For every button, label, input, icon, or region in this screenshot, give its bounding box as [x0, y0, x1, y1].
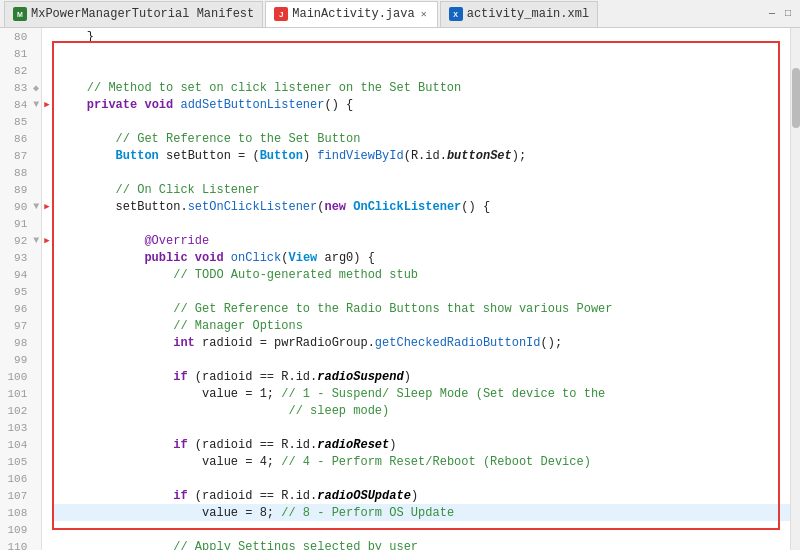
code-content-area[interactable]: } // Method to set on click listener on …: [52, 28, 790, 550]
gutter-row: 86: [0, 130, 41, 147]
tab-bar: M MxPowerManagerTutorial Manifest J Main…: [0, 0, 800, 28]
left-indicator: [42, 521, 52, 538]
code-line[interactable]: [52, 283, 790, 300]
tab-mainactivity[interactable]: J MainActivity.java ✕: [265, 1, 437, 27]
left-indicator: [42, 113, 52, 130]
code-token: // TODO Auto-generated method stub: [58, 268, 418, 282]
gutter-row: 106: [0, 470, 41, 487]
left-indicator: [42, 79, 52, 96]
code-line[interactable]: int radioid = pwrRadioGroup.getCheckedRa…: [52, 334, 790, 351]
code-token: // sleep mode): [58, 404, 389, 418]
code-token: OnClickListener: [353, 200, 461, 214]
code-token: if: [173, 489, 187, 503]
code-line[interactable]: private void addSetButtonListener() {: [52, 96, 790, 113]
code-token: value = 4;: [58, 455, 281, 469]
left-indicator: [42, 351, 52, 368]
left-indicator: [42, 181, 52, 198]
code-line[interactable]: [52, 419, 790, 436]
code-token: [346, 200, 353, 214]
restore-button[interactable]: □: [780, 6, 796, 21]
line-number: 95: [0, 286, 31, 298]
fold-icon[interactable]: ▼: [31, 235, 41, 246]
tab-activity-main[interactable]: X activity_main.xml: [440, 1, 598, 27]
line-number: 109: [0, 524, 31, 536]
line-number: 86: [0, 133, 31, 145]
minimize-button[interactable]: —: [764, 6, 780, 21]
code-line[interactable]: @Override: [52, 232, 790, 249]
code-token: (radioid == R.id.: [188, 438, 318, 452]
code-line[interactable]: if (radioid == R.id.radioReset): [52, 436, 790, 453]
fold-icon[interactable]: ▼: [31, 201, 41, 212]
gutter-row: 97: [0, 317, 41, 334]
code-line[interactable]: setButton.setOnClickListener(new OnClick…: [52, 198, 790, 215]
code-line[interactable]: value = 4; // 4 - Perform Reset/Reboot (…: [52, 453, 790, 470]
code-token: value = 1;: [58, 387, 281, 401]
line-number: 103: [0, 422, 31, 434]
line-number: 96: [0, 303, 31, 315]
code-line[interactable]: value = 1; // 1 - Suspend/ Sleep Mode (S…: [52, 385, 790, 402]
java-icon: J: [274, 7, 288, 21]
code-token: // On Click Listener: [58, 183, 260, 197]
code-line[interactable]: [52, 113, 790, 130]
code-line[interactable]: // Method to set on click listener on th…: [52, 79, 790, 96]
vertical-scrollbar[interactable]: [790, 28, 800, 550]
line-number: 81: [0, 48, 31, 60]
code-token: void: [195, 251, 224, 265]
left-indicator: [42, 538, 52, 550]
gutter-row: 87: [0, 147, 41, 164]
code-line[interactable]: // Get Reference to the Radio Buttons th…: [52, 300, 790, 317]
gutter-row: 107: [0, 487, 41, 504]
code-line[interactable]: value = 8; // 8 - Perform OS Update: [52, 504, 790, 521]
code-token: getCheckedRadioButtonId: [375, 336, 541, 350]
left-indicator: [42, 45, 52, 62]
line-numbers-gutter: 80818283◆84▼858687888990▼9192▼9394959697…: [0, 28, 42, 550]
line-number: 99: [0, 354, 31, 366]
code-token: Button: [116, 149, 159, 163]
code-line[interactable]: // On Click Listener: [52, 181, 790, 198]
tab-activity-label: activity_main.xml: [467, 7, 589, 21]
code-line[interactable]: // sleep mode): [52, 402, 790, 419]
code-line[interactable]: if (radioid == R.id.radioSuspend): [52, 368, 790, 385]
code-lines: } // Method to set on click listener on …: [52, 28, 790, 550]
code-line[interactable]: [52, 521, 790, 538]
code-token: [58, 98, 87, 112]
scrollbar-thumb[interactable]: [792, 68, 800, 128]
code-token: }: [58, 30, 94, 44]
code-token: buttonSet: [447, 149, 512, 163]
gutter-row: 82: [0, 62, 41, 79]
code-token: [224, 251, 231, 265]
code-token: addSetButtonListener: [180, 98, 324, 112]
code-token: ): [411, 489, 418, 503]
code-line[interactable]: [52, 470, 790, 487]
code-line[interactable]: // Apply Settings selected by user: [52, 538, 790, 550]
left-indicator: [42, 334, 52, 351]
line-number: 93: [0, 252, 31, 264]
left-indicator: [42, 266, 52, 283]
gutter-row: 110: [0, 538, 41, 550]
left-indicator: [42, 368, 52, 385]
code-line[interactable]: public void onClick(View arg0) {: [52, 249, 790, 266]
code-line[interactable]: // TODO Auto-generated method stub: [52, 266, 790, 283]
code-line[interactable]: // Get Reference to the Set Button: [52, 130, 790, 147]
code-line[interactable]: [52, 164, 790, 181]
code-line[interactable]: if (radioid == R.id.radioOSUpdate): [52, 487, 790, 504]
fold-icon[interactable]: ▼: [31, 99, 41, 110]
code-line[interactable]: [52, 215, 790, 232]
code-token: arg0) {: [317, 251, 375, 265]
line-number: 100: [0, 371, 31, 383]
code-token: [173, 98, 180, 112]
code-line[interactable]: }: [52, 28, 790, 45]
code-token: Button: [260, 149, 303, 163]
gutter-row: 96: [0, 300, 41, 317]
code-token: [58, 149, 116, 163]
fold-icon[interactable]: ◆: [31, 82, 41, 94]
code-line[interactable]: [52, 45, 790, 62]
code-line[interactable]: Button setButton = (Button) findViewById…: [52, 147, 790, 164]
line-number: 89: [0, 184, 31, 196]
left-indicator: [42, 453, 52, 470]
code-line[interactable]: // Manager Options: [52, 317, 790, 334]
code-line[interactable]: [52, 62, 790, 79]
tab-close-button[interactable]: ✕: [419, 8, 429, 20]
tab-manifest[interactable]: M MxPowerManagerTutorial Manifest: [4, 1, 263, 27]
code-line[interactable]: [52, 351, 790, 368]
